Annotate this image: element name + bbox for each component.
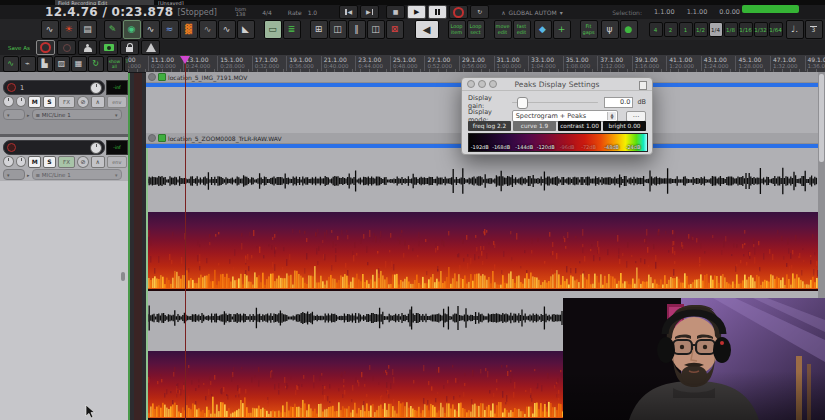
record-button[interactable] [449,5,468,19]
mute-button[interactable]: M [28,96,41,108]
curve-1-9-button[interactable]: curve 1.9 [513,121,556,131]
selection-end[interactable]: 1.1.00 [687,8,708,16]
track-2-name-bar[interactable] [3,140,105,155]
spectrogram-button[interactable]: ▓ [180,20,198,39]
bpm-display[interactable]: bpm 138 [235,7,246,17]
phase-button[interactable]: ⊘ [77,156,89,168]
spectrogram-channel-1[interactable] [146,212,818,291]
width-knob[interactable] [16,96,27,107]
peaks-mute-button[interactable]: ∿ [41,20,59,39]
envelope-button[interactable]: env [107,96,127,108]
render-burst-button[interactable]: ☀ [60,20,78,39]
playhead-line[interactable] [185,55,186,420]
fade-button[interactable]: ◣ [237,20,255,39]
waveform-button[interactable]: ∿ [142,20,160,39]
spectral-peaks-button[interactable]: ◉ [123,20,141,39]
split-button[interactable]: ∥ [348,20,366,39]
media-explorer-button[interactable]: ▤ [79,20,97,39]
remove-item-button[interactable]: ⊠ [386,20,404,39]
bright-0-00-button[interactable]: bright 0.00 [603,121,646,131]
pan-knob[interactable] [3,96,14,107]
split-left-button[interactable]: ◫ [329,20,347,39]
dialog-titlebar[interactable]: Peaks Display Settings [462,78,652,91]
waveform-dim-button[interactable]: ∿ [199,20,217,39]
selection-length[interactable]: 0.0.00 [719,8,740,16]
input-mode-button[interactable]: ▾ [3,169,25,180]
go-to-end-button[interactable]: ▶ [360,5,379,19]
hand-tool-button[interactable]: ▙ [37,56,53,72]
camera-button[interactable] [99,40,118,55]
volume-knob[interactable] [90,82,102,94]
contrast-1-00-button[interactable]: contrast 1.00 [558,121,601,131]
record-alt-button[interactable] [57,40,76,55]
record-arm-button[interactable] [36,40,55,55]
split-right-button[interactable]: ◫ [367,20,385,39]
back-button[interactable]: ◀ [415,20,439,39]
phase-button[interactable]: ⊘ [77,96,89,108]
waveform-add-button[interactable]: ∿ [218,20,236,39]
pause-button[interactable] [428,5,447,19]
track-1-name-bar[interactable]: 1 [3,80,105,95]
grid-1-2-button[interactable]: 1/2 [694,22,708,37]
fast-edit-button[interactable]: fastedit [513,20,531,39]
repeat-button[interactable]: ↻ [470,5,489,19]
solo-button[interactable]: S [43,96,56,108]
selection-start[interactable]: 1.1.00 [654,8,675,16]
record-arm-icon[interactable] [7,83,16,92]
grid-2-button[interactable]: 2 [664,22,678,37]
stepper-icon[interactable]: ▲▼ [607,112,616,120]
corner-green-button[interactable] [742,5,799,13]
rate-value[interactable]: 1.0 [308,9,318,16]
crop-button[interactable]: ⊞ [310,20,328,39]
scrollbar-thumb[interactable] [819,74,824,162]
freq-log-2-2-button[interactable]: freq log 2.2 [468,121,511,131]
marquee-button[interactable]: ▨ [54,56,70,72]
grid-4-button[interactable]: 4 [649,22,663,37]
grid-1-16-button[interactable]: 1/16 [739,22,753,37]
fx-button[interactable]: FX [58,156,76,168]
timeline-ruler[interactable]: 9.1.000:16.00011.1.000:20.00013.1.000:24… [128,55,825,73]
solo-button[interactable]: S [43,156,56,168]
display-gain-value[interactable]: 0.0 [604,97,634,108]
user-button[interactable] [78,40,97,55]
pan-knob[interactable] [3,156,14,167]
loop-sect-button[interactable]: Loopsect [467,20,485,39]
stop-button[interactable]: ■ [386,5,405,19]
move-edit-button[interactable]: moveedit [494,20,512,39]
input-mode-button[interactable]: ▾ [3,109,25,120]
record-arm-icon[interactable] [7,143,16,152]
waveform-channel-1[interactable] [146,162,818,200]
time-signature[interactable]: 4/4 [262,9,272,16]
triplet-button[interactable]: 3 [805,20,823,39]
envelope-button[interactable]: env [107,156,127,168]
metronome-button[interactable] [141,40,160,55]
sparkle-button[interactable]: ◆ [534,20,552,39]
fit-gaps-button[interactable]: Fitgaps [580,20,598,39]
item-left-edge[interactable] [146,148,148,420]
pin-add-button[interactable]: + [553,20,571,39]
global-automation[interactable]: ∧ GLOBAL AUTOM ▾ [501,9,562,16]
grid-snap-button[interactable]: ▦ [71,56,87,72]
grid-1-64-button[interactable]: 1/64 [769,22,783,37]
grid-1-8-button[interactable]: 1/8 [724,22,738,37]
figure-button[interactable]: ψ [601,20,619,39]
grid-1-32-button[interactable]: 1/32 [754,22,768,37]
go-to-start-button[interactable]: ◀ [339,5,358,19]
show-all-button[interactable]: showall [107,56,123,72]
grid-1-button[interactable]: 1 [679,22,693,37]
mute-button[interactable]: M [28,156,41,168]
more-options-button[interactable]: ... [626,111,646,122]
lock-button[interactable] [120,40,139,55]
dotted-note-button[interactable]: ♩. [786,20,804,39]
ball-button[interactable]: ● [620,20,638,39]
fold-button[interactable]: ∧ [91,96,105,108]
play-button[interactable]: ▶ [407,5,426,19]
razor-button[interactable]: ⌁ [20,56,36,72]
playhead-marker[interactable] [180,56,190,64]
peaks-view-button[interactable]: ∿ [3,56,19,72]
loop-item-button[interactable]: Loopitem [448,20,466,39]
timecode-display[interactable]: 12.4.76 / 0:23.878 [45,5,173,19]
input-select[interactable]: ≡ MIC/Line 1 ▾ [32,109,122,120]
width-knob[interactable] [16,156,27,167]
edit-waveform-button[interactable]: ✎ [104,20,122,39]
